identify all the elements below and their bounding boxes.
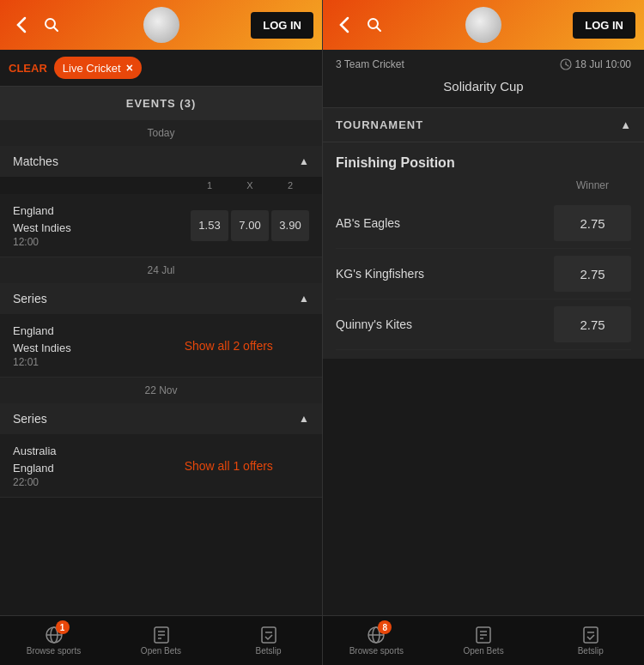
right-panel: LOG IN 3 Team Cricket 18 Jul 10:00 Solid… [322, 0, 644, 665]
right-back-button[interactable] [331, 12, 357, 38]
odds-btn-x[interactable]: 7.00 [231, 210, 269, 241]
show-offers-2[interactable]: Show all 2 offers [149, 330, 310, 361]
match-time-3: 22:00 [13, 476, 149, 488]
back-button[interactable] [9, 12, 34, 38]
nav-label-betslip-right: Betslip [578, 646, 604, 656]
clock-icon [560, 58, 572, 70]
avatar [143, 7, 179, 43]
match-date: 18 Jul 10:00 [575, 58, 631, 70]
nav-label-openbets-left: Open Bets [141, 646, 181, 656]
show-offers-1[interactable]: Show all 1 offers [149, 450, 310, 481]
nav-label-betslip-left: Betslip [255, 646, 281, 656]
match-type: 3 Team Cricket [336, 58, 404, 70]
left-panel: LOG IN CLEAR Live Cricket × EVENTS (3) T… [0, 0, 322, 665]
team-row-1: AB's Eagles 2.75 [336, 198, 631, 249]
match-row-2: England West Indies 12:01 Show all 2 off… [0, 314, 322, 378]
match-time-2: 12:01 [13, 356, 149, 368]
tournament-chevron: ▲ [620, 118, 631, 131]
series-title-1: Series [13, 292, 47, 305]
events-header: EVENTS (3) [0, 87, 322, 120]
team-name-3: Quinny's Kites [336, 317, 412, 331]
nav-browse-sports-left[interactable]: 1 Browse sports [0, 616, 107, 665]
match-info-2: England West Indies 12:01 [13, 323, 149, 368]
right-bottom-nav: 8 Browse sports Open Bets Bets [323, 615, 644, 665]
match-teams: England West Indies [13, 203, 191, 236]
match-info-3: Australia England 22:00 [13, 443, 149, 488]
match-row: England West Indies 12:00 1.53 7.00 3.90 [0, 194, 322, 257]
odds-grid: 1.53 7.00 3.90 [191, 210, 309, 241]
matches-chevron: ▲ [299, 155, 309, 167]
series-title-2: Series [13, 412, 47, 426]
team-odds-btn-2[interactable]: 2.75 [554, 256, 631, 292]
matches-title: Matches [13, 154, 58, 168]
betslip-icon-left [259, 626, 278, 644]
svg-line-12 [377, 27, 381, 32]
team2-2: West Indies [13, 340, 149, 357]
remove-filter-button[interactable]: × [126, 61, 133, 75]
left-bottom-nav: 1 Browse sports Open Bets Bets [0, 615, 322, 665]
nav-open-bets-right[interactable]: Open Bets [430, 616, 538, 665]
team-odds-btn-1[interactable]: 2.75 [554, 205, 631, 241]
team1-3: Australia [13, 443, 149, 460]
match-info: England West Indies 12:00 [13, 203, 191, 248]
odds-labels: 1 X 2 [0, 177, 322, 194]
fp-title: Finishing Position [336, 155, 631, 171]
cup-name: Solidarity Cup [336, 74, 631, 99]
series-chevron-2: ▲ [299, 413, 309, 425]
search-button[interactable] [39, 12, 64, 38]
matches-section-header[interactable]: Matches ▲ [0, 146, 322, 177]
nav-betslip-right[interactable]: Betslip [537, 616, 644, 665]
odds-label-2: 2 [271, 180, 309, 190]
betslip-icon-right [581, 626, 600, 644]
team2-3: England [13, 460, 149, 477]
team-odds-btn-3[interactable]: 2.75 [554, 306, 631, 342]
open-bets-icon-right [474, 626, 493, 644]
filter-tag-label: Live Cricket [63, 62, 121, 75]
odds-label-1: 1 [191, 180, 228, 190]
nav-label-browse-right: Browse sports [349, 646, 404, 656]
login-button[interactable]: LOG IN [251, 12, 313, 39]
svg-line-1 [54, 27, 58, 32]
tournament-title: TOURNAMENT [336, 118, 423, 131]
tournament-header[interactable]: TOURNAMENT ▲ [323, 108, 644, 142]
match-meta: 3 Team Cricket 18 Jul 10:00 Solidarity C… [323, 50, 644, 108]
match-meta-top: 3 Team Cricket 18 Jul 10:00 [336, 58, 631, 70]
date-label-today: Today [0, 120, 322, 146]
team1-2: England [13, 323, 149, 340]
nav-badge-right: 8 [378, 620, 392, 634]
nav-browse-sports-right[interactable]: 8 Browse sports [323, 616, 430, 665]
match-datetime: 18 Jul 10:00 [560, 58, 631, 70]
odds-btn-1[interactable]: 1.53 [191, 210, 228, 241]
team-row-2: KG's Kingfishers 2.75 [336, 249, 631, 299]
open-bets-icon-left [152, 626, 171, 644]
match-teams-3: Australia England [13, 443, 149, 476]
filter-bar: CLEAR Live Cricket × [0, 50, 322, 87]
odds-btn-2[interactable]: 3.90 [271, 210, 309, 241]
match-teams-2: England West Indies [13, 323, 149, 356]
right-login-button[interactable]: LOG IN [573, 12, 635, 39]
filter-tag[interactable]: Live Cricket × [54, 57, 142, 79]
team-row-3: Quinny's Kites 2.75 [336, 299, 631, 350]
nav-label-openbets-right: Open Bets [463, 646, 503, 656]
winner-label: Winner [554, 179, 631, 191]
match-row-3: Australia England 22:00 Show all 1 offer… [0, 434, 322, 498]
date-label-22nov: 22 Nov [0, 378, 322, 403]
team1: England [13, 203, 191, 220]
nav-label-browse-left: Browse sports [27, 646, 81, 656]
show-offers-text-1: Show all 1 offers [185, 459, 273, 473]
series-chevron-1: ▲ [299, 293, 309, 305]
series-section-header-1[interactable]: Series ▲ [0, 283, 322, 314]
tournament-section: TOURNAMENT ▲ Finishing Position Winner A… [323, 108, 644, 359]
nav-badge-left: 1 [56, 620, 70, 634]
nav-open-bets-left[interactable]: Open Bets [107, 616, 215, 665]
right-header: LOG IN [323, 0, 644, 50]
svg-rect-9 [262, 627, 276, 643]
left-header: LOG IN [0, 0, 322, 50]
series-section-header-2[interactable]: Series ▲ [0, 403, 322, 434]
right-search-button[interactable] [361, 12, 387, 38]
clear-button[interactable]: CLEAR [9, 62, 47, 75]
right-avatar [465, 7, 501, 43]
team-name-1: AB's Eagles [336, 216, 400, 230]
nav-betslip-left[interactable]: Betslip [215, 616, 322, 665]
show-offers-text-2: Show all 2 offers [185, 339, 273, 353]
